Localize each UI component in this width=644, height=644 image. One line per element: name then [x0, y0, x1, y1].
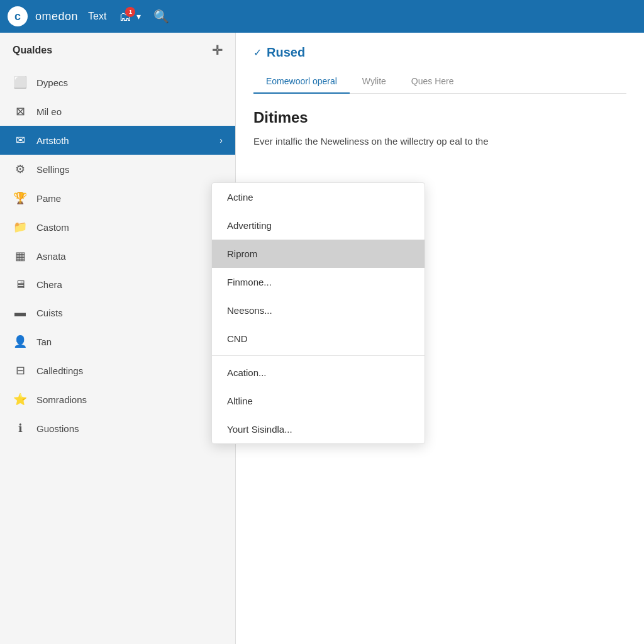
notification-badge: 1 — [125, 7, 135, 17]
dropdown-item-riprom[interactable]: Riprom — [212, 240, 425, 268]
content-header: ✓ Rused Eomewoorl operal Wylite Ques Her… — [236, 33, 644, 94]
search-icon[interactable]: 🔍 — [153, 9, 169, 24]
calledtings-icon: ⊟ — [13, 364, 28, 377]
sidebar-item-artstoth[interactable]: ✉ Artstoth › — [0, 126, 235, 155]
dropdown-item-advertiting[interactable]: Advertiting — [212, 211, 425, 240]
dropdown-item-acation[interactable]: Acation... — [212, 358, 425, 387]
page-title: Rused — [267, 45, 305, 60]
sidebar-item-tan[interactable]: 👤 Tan — [0, 327, 235, 356]
artstoth-icon: ✉ — [13, 133, 28, 147]
topbar-section-label: Text — [88, 11, 106, 22]
app-name: omedon — [35, 10, 78, 23]
sidebar-item-calledtings[interactable]: ⊟ Calledtings — [0, 356, 235, 385]
tab-eomewoorl[interactable]: Eomewoorl operal — [253, 70, 350, 94]
app-logo[interactable]: c — [8, 6, 28, 26]
sellings-icon: ⚙ — [13, 162, 28, 176]
section-title: Ditimes — [253, 109, 626, 126]
dypecs-icon: ⬜ — [13, 75, 28, 89]
dropdown-item-neesons[interactable]: Neesons... — [212, 296, 425, 325]
sidebar-item-pame[interactable]: 🏆 Pame — [0, 184, 235, 213]
tab-ques-here[interactable]: Ques Here — [399, 70, 467, 94]
sidebar-header: Qualdes ✛ — [0, 33, 235, 68]
dropdown-menu: Actine Advertiting Riprom Finmone... Nee… — [211, 182, 425, 444]
cuists-icon: ▬ — [13, 306, 28, 319]
somradions-icon: ⭐ — [13, 392, 28, 406]
sidebar-item-dypecs[interactable]: ⬜ Dypecs — [0, 68, 235, 97]
sidebar-item-somradions[interactable]: ⭐ Somradions — [0, 385, 235, 414]
dropdown-item-finmone[interactable]: Finmone... — [212, 268, 425, 296]
asnata-icon: ▦ — [13, 249, 28, 263]
sidebar: Qualdes ✛ ⬜ Dypecs ⊠ Mil eo ✉ Artstoth ›… — [0, 33, 236, 644]
dropdown-item-actine[interactable]: Actine — [212, 183, 425, 211]
sidebar-item-cuists[interactable]: ▬ Cuists — [0, 299, 235, 327]
sidebar-item-chera[interactable]: 🖥 Chera — [0, 270, 235, 299]
sidebar-title: Qualdes — [13, 45, 52, 56]
add-icon[interactable]: ✛ — [212, 43, 223, 58]
artstoth-chevron-icon: › — [219, 135, 223, 145]
sidebar-item-sellings[interactable]: ⚙ Sellings — [0, 155, 235, 184]
castom-icon: 📁 — [13, 220, 28, 234]
dropdown-item-altline[interactable]: Altline — [212, 387, 425, 415]
pame-icon: 🏆 — [13, 191, 28, 205]
notifications-button[interactable]: 🗂 1 — [119, 9, 131, 24]
topbar: c omedon Text 🗂 1 ▾ 🔍 — [0, 0, 644, 33]
dropdown-item-cnd[interactable]: CND — [212, 325, 425, 353]
mileo-icon: ⊠ — [13, 104, 28, 118]
tan-icon: 👤 — [13, 335, 28, 348]
sidebar-item-mil-eo[interactable]: ⊠ Mil eo — [0, 97, 235, 126]
dropdown-item-yourt-sisindla[interactable]: Yourt Sisindla... — [212, 415, 425, 443]
content-tabs: Eomewoorl operal Wylite Ques Here — [253, 70, 626, 94]
content-title-row: ✓ Rused — [253, 45, 626, 60]
sidebar-item-castom[interactable]: 📁 Castom — [0, 213, 235, 242]
content-description: Ever intalfic the Neweliness on the will… — [253, 134, 626, 149]
check-icon: ✓ — [253, 47, 262, 58]
dropdown-divider — [212, 355, 425, 356]
sidebar-item-asnata[interactable]: ▦ Asnata — [0, 242, 235, 270]
chera-icon: 🖥 — [13, 278, 28, 291]
chevron-down-icon[interactable]: ▾ — [136, 11, 141, 21]
guostions-icon: ℹ — [13, 421, 28, 435]
tab-wylite[interactable]: Wylite — [350, 70, 399, 94]
sidebar-item-guostions[interactable]: ℹ Guostions — [0, 414, 235, 443]
content-body: Ditimes Ever intalfic the Neweliness on … — [236, 109, 644, 149]
